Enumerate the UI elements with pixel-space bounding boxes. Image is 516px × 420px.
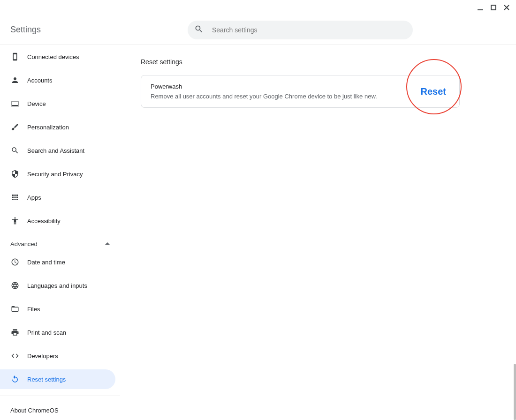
sidebar-item-date-time[interactable]: Date and time bbox=[0, 252, 115, 272]
section-title: Reset settings bbox=[141, 58, 460, 66]
folder-icon bbox=[10, 304, 20, 314]
sidebar-item-developers[interactable]: Developers bbox=[0, 346, 115, 366]
person-icon bbox=[10, 75, 20, 85]
content-area: Reset settings Powerwash Remove all user… bbox=[120, 45, 516, 420]
app-header: Settings bbox=[0, 15, 516, 45]
sidebar-item-apps[interactable]: Apps bbox=[0, 188, 115, 207]
globe-icon bbox=[10, 281, 20, 290]
sidebar-item-label: Accessibility bbox=[27, 218, 61, 225]
laptop-icon bbox=[10, 99, 20, 108]
accessibility-icon bbox=[10, 216, 20, 225]
svg-rect-0 bbox=[478, 9, 483, 10]
clock-icon bbox=[10, 257, 20, 267]
sidebar-item-label: Languages and inputs bbox=[27, 282, 87, 289]
sidebar-item-label: Date and time bbox=[27, 259, 65, 266]
search-container bbox=[188, 21, 413, 39]
app-title: Settings bbox=[10, 25, 41, 35]
sidebar-item-label: Reset settings bbox=[27, 376, 66, 383]
sidebar-item-label: Apps bbox=[27, 194, 41, 201]
close-button[interactable] bbox=[500, 1, 513, 14]
sidebar: Connected devices Accounts Device Person… bbox=[0, 45, 120, 420]
minimize-button[interactable] bbox=[474, 1, 487, 14]
sidebar-item-label: Device bbox=[27, 100, 46, 107]
sidebar-item-about[interactable]: About ChromeOS bbox=[0, 401, 120, 420]
sidebar-item-label: Accounts bbox=[27, 77, 52, 84]
sidebar-item-label: Security and Privacy bbox=[27, 171, 83, 178]
sidebar-item-accessibility[interactable]: Accessibility bbox=[0, 211, 115, 231]
reset-button[interactable]: Reset bbox=[417, 84, 450, 99]
chevron-up-icon bbox=[105, 240, 110, 248]
divider bbox=[0, 396, 120, 396]
search-input[interactable] bbox=[212, 26, 406, 34]
sidebar-item-label: Developers bbox=[27, 352, 58, 360]
code-icon bbox=[10, 351, 20, 360]
sidebar-item-search-assistant[interactable]: Search and Assistant bbox=[0, 141, 115, 160]
scrollbar-vertical[interactable] bbox=[514, 364, 516, 420]
card-description: Remove all user accounts and reset your … bbox=[151, 93, 377, 100]
window-titlebar bbox=[0, 0, 516, 15]
sidebar-item-label: Files bbox=[27, 306, 40, 313]
shield-icon bbox=[10, 169, 20, 179]
sidebar-item-files[interactable]: Files bbox=[0, 299, 115, 319]
reset-icon bbox=[10, 375, 20, 384]
sidebar-item-accounts[interactable]: Accounts bbox=[0, 70, 115, 90]
sidebar-item-label: Print and scan bbox=[27, 329, 66, 336]
sidebar-item-label: Connected devices bbox=[27, 53, 79, 60]
apps-icon bbox=[10, 193, 20, 202]
sidebar-item-label: Search and Assistant bbox=[27, 147, 84, 154]
print-icon bbox=[10, 328, 20, 337]
search-icon bbox=[194, 24, 204, 36]
advanced-toggle[interactable]: Advanced bbox=[0, 235, 120, 252]
card-title: Powerwash bbox=[151, 83, 377, 90]
about-label: About ChromeOS bbox=[10, 407, 59, 414]
sidebar-item-device[interactable]: Device bbox=[0, 94, 115, 113]
sidebar-item-connected-devices[interactable]: Connected devices bbox=[0, 47, 115, 67]
svg-rect-1 bbox=[491, 5, 496, 10]
phone-icon bbox=[10, 52, 20, 61]
sidebar-item-languages[interactable]: Languages and inputs bbox=[0, 276, 115, 295]
search-box[interactable] bbox=[188, 21, 413, 39]
search-icon bbox=[10, 146, 20, 155]
advanced-label: Advanced bbox=[10, 240, 38, 248]
maximize-button[interactable] bbox=[487, 1, 500, 14]
powerwash-card: Powerwash Remove all user accounts and r… bbox=[141, 75, 460, 108]
sidebar-item-reset-settings[interactable]: Reset settings bbox=[0, 369, 115, 389]
card-text: Powerwash Remove all user accounts and r… bbox=[151, 83, 377, 100]
sidebar-item-print-scan[interactable]: Print and scan bbox=[0, 322, 115, 342]
sidebar-item-personalization[interactable]: Personalization bbox=[0, 117, 115, 137]
sidebar-item-label: Personalization bbox=[27, 124, 69, 131]
sidebar-item-security-privacy[interactable]: Security and Privacy bbox=[0, 164, 115, 184]
brush-icon bbox=[10, 122, 20, 132]
